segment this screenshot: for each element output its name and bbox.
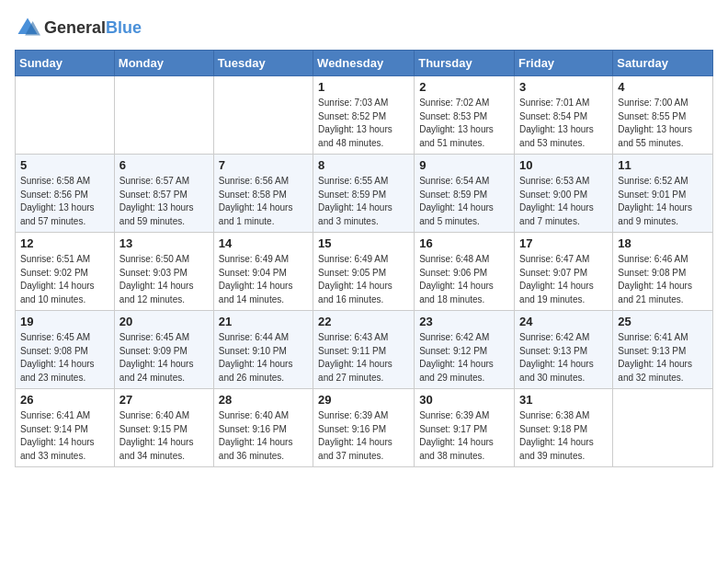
calendar-cell: 28Sunrise: 6:40 AMSunset: 9:16 PMDayligh… xyxy=(213,389,313,467)
day-info: Sunrise: 6:49 AMSunset: 9:05 PMDaylight:… xyxy=(318,253,409,306)
calendar-cell: 27Sunrise: 6:40 AMSunset: 9:15 PMDayligh… xyxy=(114,389,213,467)
day-info: Sunrise: 6:43 AMSunset: 9:11 PMDaylight:… xyxy=(318,331,409,385)
week-row: 19Sunrise: 6:45 AMSunset: 9:08 PMDayligh… xyxy=(16,311,713,389)
day-number: 25 xyxy=(618,315,708,328)
day-number: 1 xyxy=(318,80,409,94)
day-number: 10 xyxy=(519,158,608,172)
day-info: Sunrise: 7:01 AMSunset: 8:54 PMDaylight:… xyxy=(519,97,608,150)
day-number: 7 xyxy=(219,158,308,172)
day-number: 20 xyxy=(119,315,209,328)
week-row: 1Sunrise: 7:03 AMSunset: 8:52 PMDaylight… xyxy=(16,76,713,155)
calendar-cell: 24Sunrise: 6:42 AMSunset: 9:13 PMDayligh… xyxy=(515,311,613,389)
day-number: 12 xyxy=(20,236,109,250)
day-number: 22 xyxy=(318,315,409,328)
calendar-cell: 26Sunrise: 6:41 AMSunset: 9:14 PMDayligh… xyxy=(16,389,115,467)
calendar-cell: 14Sunrise: 6:49 AMSunset: 9:04 PMDayligh… xyxy=(213,233,313,311)
calendar-cell: 6Sunrise: 6:57 AMSunset: 8:57 PMDaylight… xyxy=(114,155,213,233)
day-number: 4 xyxy=(618,80,708,94)
day-info: Sunrise: 6:45 AMSunset: 9:09 PMDaylight:… xyxy=(119,331,209,385)
day-number: 14 xyxy=(219,236,308,250)
calendar-cell: 10Sunrise: 6:53 AMSunset: 9:00 PMDayligh… xyxy=(515,155,613,233)
calendar-cell: 16Sunrise: 6:48 AMSunset: 9:06 PMDayligh… xyxy=(415,233,515,311)
calendar-cell: 17Sunrise: 6:47 AMSunset: 9:07 PMDayligh… xyxy=(515,233,613,311)
calendar-cell: 9Sunrise: 6:54 AMSunset: 8:59 PMDaylight… xyxy=(415,155,515,233)
calendar-cell xyxy=(114,76,213,155)
day-info: Sunrise: 6:58 AMSunset: 8:56 PMDaylight:… xyxy=(20,175,109,228)
day-header-tuesday: Tuesday xyxy=(213,51,313,76)
day-info: Sunrise: 6:57 AMSunset: 8:57 PMDaylight:… xyxy=(119,175,209,228)
day-number: 31 xyxy=(519,393,608,407)
calendar-cell: 21Sunrise: 6:44 AMSunset: 9:10 PMDayligh… xyxy=(213,311,313,389)
calendar-cell: 13Sunrise: 6:50 AMSunset: 9:03 PMDayligh… xyxy=(114,233,213,311)
day-info: Sunrise: 6:51 AMSunset: 9:02 PMDaylight:… xyxy=(20,253,109,306)
day-info: Sunrise: 6:42 AMSunset: 9:12 PMDaylight:… xyxy=(419,331,509,385)
week-row: 5Sunrise: 6:58 AMSunset: 8:56 PMDaylight… xyxy=(16,155,713,233)
day-number: 2 xyxy=(419,80,509,94)
day-info: Sunrise: 6:38 AMSunset: 9:18 PMDaylight:… xyxy=(519,409,608,463)
day-number: 30 xyxy=(419,393,509,407)
calendar-cell: 22Sunrise: 6:43 AMSunset: 9:11 PMDayligh… xyxy=(313,311,415,389)
day-info: Sunrise: 7:03 AMSunset: 8:52 PMDaylight:… xyxy=(318,97,409,150)
day-number: 8 xyxy=(318,158,409,172)
calendar-cell: 20Sunrise: 6:45 AMSunset: 9:09 PMDayligh… xyxy=(114,311,213,389)
day-header-monday: Monday xyxy=(114,51,213,76)
day-header-friday: Friday xyxy=(515,51,613,76)
day-number: 17 xyxy=(519,236,608,250)
calendar-cell xyxy=(213,76,313,155)
calendar-cell: 4Sunrise: 7:00 AMSunset: 8:55 PMDaylight… xyxy=(613,76,713,155)
day-number: 29 xyxy=(318,393,409,407)
day-number: 19 xyxy=(20,315,109,328)
week-row: 26Sunrise: 6:41 AMSunset: 9:14 PMDayligh… xyxy=(16,389,713,467)
calendar-cell: 23Sunrise: 6:42 AMSunset: 9:12 PMDayligh… xyxy=(415,311,515,389)
logo-general: General xyxy=(44,18,106,37)
logo-blue: Blue xyxy=(106,18,142,37)
calendar-cell: 15Sunrise: 6:49 AMSunset: 9:05 PMDayligh… xyxy=(313,233,415,311)
day-info: Sunrise: 6:54 AMSunset: 8:59 PMDaylight:… xyxy=(419,175,509,228)
day-number: 28 xyxy=(219,393,308,407)
calendar-cell: 7Sunrise: 6:56 AMSunset: 8:58 PMDaylight… xyxy=(213,155,313,233)
day-number: 9 xyxy=(419,158,509,172)
calendar-cell: 5Sunrise: 6:58 AMSunset: 8:56 PMDaylight… xyxy=(16,155,115,233)
logo-icon xyxy=(15,15,40,40)
calendar-cell: 29Sunrise: 6:39 AMSunset: 9:16 PMDayligh… xyxy=(313,389,415,467)
day-info: Sunrise: 7:00 AMSunset: 8:55 PMDaylight:… xyxy=(618,97,708,150)
day-info: Sunrise: 6:40 AMSunset: 9:16 PMDaylight:… xyxy=(219,409,308,463)
day-number: 24 xyxy=(519,315,608,328)
day-info: Sunrise: 6:55 AMSunset: 8:59 PMDaylight:… xyxy=(318,175,409,228)
calendar-cell: 2Sunrise: 7:02 AMSunset: 8:53 PMDaylight… xyxy=(415,76,515,155)
calendar-cell: 11Sunrise: 6:52 AMSunset: 9:01 PMDayligh… xyxy=(613,155,713,233)
day-header-sunday: Sunday xyxy=(16,51,115,76)
logo: GeneralBlue xyxy=(15,15,142,40)
day-number: 26 xyxy=(20,393,109,407)
calendar-cell xyxy=(16,76,115,155)
day-info: Sunrise: 6:45 AMSunset: 9:08 PMDaylight:… xyxy=(20,331,109,385)
calendar-cell: 1Sunrise: 7:03 AMSunset: 8:52 PMDaylight… xyxy=(313,76,415,155)
calendar-table: SundayMondayTuesdayWednesdayThursdayFrid… xyxy=(15,50,713,467)
day-number: 18 xyxy=(618,236,708,250)
calendar-cell: 8Sunrise: 6:55 AMSunset: 8:59 PMDaylight… xyxy=(313,155,415,233)
day-info: Sunrise: 6:39 AMSunset: 9:17 PMDaylight:… xyxy=(419,409,509,463)
day-info: Sunrise: 6:42 AMSunset: 9:13 PMDaylight:… xyxy=(519,331,608,385)
day-info: Sunrise: 6:50 AMSunset: 9:03 PMDaylight:… xyxy=(119,253,209,306)
calendar-cell: 18Sunrise: 6:46 AMSunset: 9:08 PMDayligh… xyxy=(613,233,713,311)
day-header-wednesday: Wednesday xyxy=(313,51,415,76)
calendar-cell: 30Sunrise: 6:39 AMSunset: 9:17 PMDayligh… xyxy=(415,389,515,467)
day-number: 15 xyxy=(318,236,409,250)
day-number: 27 xyxy=(119,393,209,407)
calendar-cell: 25Sunrise: 6:41 AMSunset: 9:13 PMDayligh… xyxy=(613,311,713,389)
day-number: 16 xyxy=(419,236,509,250)
day-info: Sunrise: 6:41 AMSunset: 9:13 PMDaylight:… xyxy=(618,331,708,385)
day-number: 23 xyxy=(419,315,509,328)
day-number: 6 xyxy=(119,158,209,172)
day-info: Sunrise: 6:44 AMSunset: 9:10 PMDaylight:… xyxy=(219,331,308,385)
day-number: 3 xyxy=(519,80,608,94)
day-info: Sunrise: 6:41 AMSunset: 9:14 PMDaylight:… xyxy=(20,409,109,463)
day-info: Sunrise: 6:49 AMSunset: 9:04 PMDaylight:… xyxy=(219,253,308,306)
day-info: Sunrise: 6:40 AMSunset: 9:15 PMDaylight:… xyxy=(119,409,209,463)
day-number: 5 xyxy=(20,158,109,172)
calendar-cell: 31Sunrise: 6:38 AMSunset: 9:18 PMDayligh… xyxy=(515,389,613,467)
day-number: 21 xyxy=(219,315,308,328)
header-row: SundayMondayTuesdayWednesdayThursdayFrid… xyxy=(16,51,713,76)
week-row: 12Sunrise: 6:51 AMSunset: 9:02 PMDayligh… xyxy=(16,233,713,311)
calendar-cell xyxy=(613,389,713,467)
